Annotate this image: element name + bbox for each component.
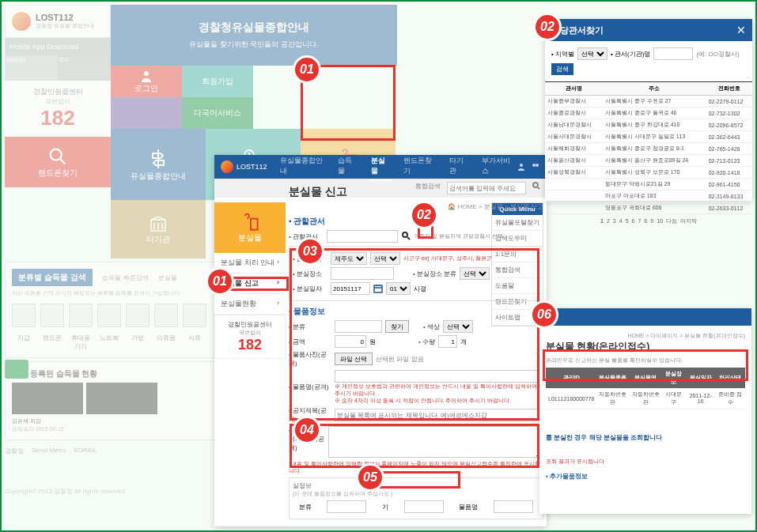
agency-search-button[interactable] [401,231,411,242]
magnify-icon [47,145,69,168]
table-row[interactable]: L01112180000778 지동차번호판 자동차번호판 서대문구 2011-… [546,388,745,409]
nav-found[interactable]: 습득물 [335,153,360,181]
login-tile[interactable]: 로그인 [111,66,182,97]
pager-link[interactable]: 5 [624,218,630,224]
table-row[interactable]: 마포구 마포대로 18302-3149-8133 [545,191,752,202]
cat-search-title: 분류별 습득물 검색 [12,269,93,286]
agency-search-button[interactable]: 검색 [551,63,573,75]
table-row[interactable]: 서울남대문경찰서서울특별시 중구 한강대로 41002-2096-8572 [545,119,752,131]
svg-point-1 [144,71,149,76]
pager-link[interactable]: 마지막 [679,218,698,224]
table-row[interactable]: 서울종로경찰서서울특별시 종로구 율곡로 4602-732-1302 [545,108,752,119]
cat-clothes-icon[interactable] [154,304,178,327]
color-select[interactable]: 선택 [443,320,473,333]
extra-cat-input[interactable] [327,500,366,513]
color-label: 색상 [423,323,440,331]
agency-name-input[interactable] [653,47,693,60]
nav-info[interactable]: 유실물종합안내 [277,153,327,181]
multilang-tile[interactable]: 다국어서비스 [182,97,253,129]
call-center-title: 경찰민원콜센터 [11,87,104,97]
qty-label: 수량 [418,338,435,346]
svg-point-6 [536,164,539,167]
cat-laptop-icon[interactable] [97,304,121,327]
pager-link[interactable]: 10 [655,218,664,224]
side-call-title: 경찰민원콜센터 [220,320,280,329]
pager-link[interactable]: 4 [618,218,624,224]
table-row[interactable]: 동대문구 약령시로21길 2902-961-4150 [545,179,752,191]
table-row[interactable]: 서울용산경찰서서울특별시 용산구 원효로89길 2402-713-0123 [545,155,752,167]
users-nav-icon[interactable] [531,162,540,172]
table-row[interactable]: 영등포구 국회대로 60802-2633-0112 [545,202,752,214]
qty-input[interactable] [438,335,457,348]
cat-phone-icon[interactable] [40,304,64,327]
lost-status-panel: HOME > 마이페이지 > 분실물 현황(온라인접수) 분실물 현황(온라인접… [539,308,751,514]
extra-brand-label: 기 [382,503,388,511]
cat-input[interactable] [335,320,382,333]
status-note: 조회 결과가 표시됩니다 [546,458,745,466]
nav-logo[interactable]: LOST112 [221,160,267,173]
date-input[interactable] [331,282,370,295]
table-row[interactable]: 서울서대문경찰서서울특별시 서대문구 통일로 11302-362-6443 [545,131,752,143]
file-select-button[interactable]: 파일 선택 [335,353,373,365]
posttitle-input[interactable] [335,409,543,421]
nav-phone[interactable]: 핸드폰찾기 [400,153,438,181]
region-select[interactable]: 선택 [577,47,607,60]
recent-photo-1[interactable] [12,383,83,414]
other-org-tile[interactable]: 타기관 [111,200,206,258]
signup-tile[interactable]: 회원가입 [182,66,253,97]
area-province-select[interactable]: 제주도 [331,252,367,265]
itemname-warn2: ※ 숫자 4자리 이상 등록 시 저장이 안됩니다. 주의하여 주시기 바랍니다… [335,397,543,404]
android-download[interactable]: Android [5,55,58,81]
nav-lost[interactable]: 분실물 [368,153,393,181]
side-call-sub: 국번없이 [220,329,280,337]
pager-link[interactable]: 다음 [664,218,679,224]
itemname-input[interactable] [335,370,543,383]
user-nav-icon[interactable] [517,162,526,172]
mobile-download-banner[interactable]: Mobile App Download [5,38,111,55]
hero-title: 경찰청유실물종합안내 [127,21,381,35]
site-logo[interactable]: LOST112 경찰청 유실물 종합안내 [5,5,111,38]
agency-table: 관서명 주소 전화번호 서울중부경찰서서울특별시 중구 수표로 2702-227… [545,81,752,214]
nav-other[interactable]: 타기관 [446,153,471,181]
agency-input[interactable] [327,230,398,243]
agency-name-hint: (예: OO경찰서) [696,50,739,58]
cat-docs-icon[interactable] [183,304,206,327]
recent-photo-2[interactable] [86,383,157,414]
extra-brand-input[interactable] [404,500,444,513]
place-cat-label: 분실장소 분류 [413,270,456,278]
calendar-icon[interactable] [373,284,383,293]
cat-device-icon[interactable] [69,304,93,327]
content-textarea[interactable] [328,426,543,458]
agency-search-dialog: 담당관서찾기 ✕ • 지역별 선택 • 관서(기관)명 (예: OO경찰서) 검… [545,19,752,201]
hour-select[interactable]: 01 [386,282,411,295]
status-title: 분실물 현황(온라인접수) [546,340,745,353]
table-row[interactable]: 서울혜화경찰서서울특별시 종로구 창경궁로 8-102-765-1428 [545,143,752,155]
sidebar-item-status[interactable]: 분실물현황› [214,294,286,315]
tab-quicksearch[interactable]: 습득물 빠른검색 [102,274,148,281]
signpost-icon [146,147,170,171]
cat-find-button[interactable]: 찾기 [385,320,409,333]
place-input[interactable] [331,267,394,280]
info-label: 유실물종합안내 [131,171,186,182]
table-row[interactable]: 서울성북경찰서서울특별시 성북구 보문로 17002-920-1418 [545,167,752,179]
nav-extra[interactable]: 부가서비스 [479,153,517,181]
pager-link[interactable]: 3 [611,218,618,224]
tab-lost[interactable]: 분실물 [158,274,177,281]
place-cat-select[interactable]: 선택 [460,267,490,280]
close-icon[interactable]: ✕ [736,24,746,36]
pager-link[interactable]: 9 [649,218,655,224]
info-tile[interactable]: 유실물종합안내 [111,129,206,200]
cat-wallet-icon[interactable] [12,304,36,327]
cat-bag-icon[interactable] [126,304,150,327]
col-addr: 주소 [603,82,706,96]
amount-input[interactable] [335,335,366,348]
pager-link[interactable]: 1 [599,218,605,224]
magnify-icon [401,231,411,240]
phone-find-tile[interactable]: 핸드폰찾기 [5,137,111,187]
table-row[interactable]: 서울중부경찰서서울특별시 중구 수표로 2702-2279-0112 [545,96,752,108]
extra-name-input[interactable] [494,500,533,513]
ios-download[interactable]: iOS [58,55,111,81]
misc-tile[interactable] [111,97,182,129]
pager-link[interactable]: 2 [605,218,611,224]
area-city-select[interactable]: 선택 [370,252,400,265]
